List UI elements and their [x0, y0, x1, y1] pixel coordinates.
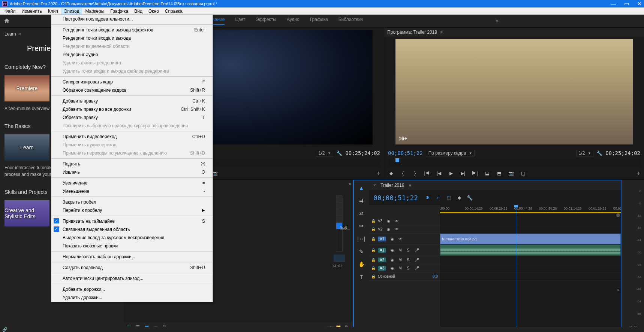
video-clip[interactable]: fxTrailer 2019.mp4 [V] — [440, 234, 621, 244]
menu-изменить[interactable]: Изменить — [19, 8, 45, 15]
hand-tool-icon[interactable]: ✋ — [357, 260, 366, 269]
menu-item[interactable]: Обрезать правкуT — [51, 113, 213, 122]
track-target[interactable]: V1 — [378, 237, 386, 241]
menu-item[interactable]: Рендеринг точки входа и выхода эффектовE… — [51, 26, 213, 34]
menu-окно[interactable]: Окно — [145, 8, 162, 15]
menu-item[interactable]: Добавить правкуCtrl+K — [51, 97, 213, 105]
project-sel-item[interactable] — [336, 202, 342, 209]
track-v3-body[interactable] — [440, 217, 621, 225]
menu-item[interactable]: Применить видеопереходCtrl+D — [51, 133, 213, 141]
project-sel-item[interactable] — [336, 209, 342, 216]
program-mini-timeline[interactable] — [388, 159, 640, 166]
project-collapse-icon[interactable]: » — [349, 181, 351, 186]
timeline-playhead[interactable] — [516, 205, 516, 327]
track-target[interactable]: A1 — [378, 248, 386, 253]
menu-item[interactable]: Выделение вслед за курсором воспроизведе… — [51, 234, 213, 242]
add-marker-icon[interactable]: ◆ — [456, 195, 462, 201]
project-clip-thumb[interactable] — [334, 255, 345, 262]
timeline-ruler[interactable]: ;00;0000;00;14;2900;00;29;2900;00;44;280… — [440, 205, 621, 213]
lock-icon[interactable]: 🔒 — [371, 274, 376, 278]
menu-вид[interactable]: Вид — [131, 8, 145, 15]
track-body[interactable]: ;00;0000;00;14;2900;00;29;2900;00;44;280… — [440, 205, 621, 327]
work-area-end[interactable] — [616, 213, 620, 217]
timeline-menu-icon[interactable]: ≡ — [409, 183, 411, 188]
menu-item[interactable]: ИзвлечьЭ — [51, 168, 213, 176]
menu-item[interactable]: Добавить дорожки... — [51, 285, 213, 293]
menu-item[interactable]: Создать подэпизодShift+U — [51, 264, 213, 272]
menu-item[interactable]: Закрыть пробел — [51, 198, 213, 206]
mute-button[interactable]: M — [398, 248, 401, 252]
solo-button[interactable]: S — [407, 258, 410, 262]
menu-item[interactable]: ✓Связанная выделенная область — [51, 225, 213, 234]
markers-icon[interactable]: ⬚ — [446, 195, 452, 201]
learn-thumb-1[interactable]: Premiere — [4, 75, 49, 101]
menu-item[interactable]: Автоматически центрировать эпизод... — [51, 274, 213, 283]
linked-selection-icon[interactable]: ∩ — [435, 195, 441, 201]
maximize-button[interactable]: ▭ — [624, 1, 629, 7]
step-back-icon[interactable]: |◀ — [436, 170, 442, 176]
pen-tool-icon[interactable]: ✎ — [357, 247, 366, 256]
slip-tool-icon[interactable]: |↔| — [357, 234, 366, 243]
track-select-tool-icon[interactable]: ⇉ — [357, 196, 366, 205]
menu-item[interactable]: ✓Привязать на таймлайнеS — [51, 217, 213, 225]
program-tab-label[interactable]: Программа: Trailer 2019 — [387, 30, 437, 35]
voice-over-icon[interactable]: 🎤 — [415, 248, 419, 252]
track-target[interactable]: A3 — [378, 266, 386, 271]
track-target[interactable]: A2 — [378, 258, 386, 262]
menu-item[interactable]: Показать сквозные правки — [51, 242, 213, 250]
source-settings-icon[interactable]: 🔧 — [336, 150, 342, 156]
add-marker-icon[interactable]: ◆ — [388, 170, 394, 176]
menu-item[interactable]: ПоднятьЖ — [51, 160, 213, 168]
learn-thumb-3[interactable]: Creative and Stylistic Edits — [4, 200, 49, 226]
ripple-tool-icon[interactable]: ⇄ — [357, 209, 366, 218]
lock-icon[interactable]: 🔒 — [371, 227, 376, 231]
track-output-icon[interactable]: ◉ — [391, 258, 394, 262]
menu-маркеры[interactable]: Маркеры — [82, 8, 107, 15]
menu-item[interactable]: Уменьшение- — [51, 187, 213, 195]
track-a3-body[interactable] — [440, 264, 621, 272]
timeline-seq-name[interactable]: Trailer 2019 — [380, 183, 404, 188]
workspace-tab-1[interactable]: Цвет — [235, 17, 245, 25]
learn-thumb-2[interactable]: Learn — [4, 134, 49, 161]
step-fwd-icon[interactable]: ▶| — [460, 170, 466, 176]
panel-menu-icon[interactable]: ≡ — [440, 30, 442, 34]
track-label[interactable]: V2 — [378, 227, 382, 231]
workspace-tab-3[interactable]: Аудио — [287, 17, 300, 25]
program-playhead[interactable] — [395, 158, 399, 162]
track-visibility-icon[interactable]: 👁 — [395, 219, 398, 223]
menu-справка[interactable]: Справка — [162, 8, 186, 15]
minimize-button[interactable]: — — [611, 1, 616, 7]
timeline-tc[interactable]: 00;00;51;22 — [373, 194, 418, 202]
menu-item[interactable]: Удалить дорожки... — [51, 293, 213, 302]
voice-over-icon[interactable]: 🎤 — [415, 258, 419, 262]
track-a1-body[interactable] — [440, 245, 621, 256]
workspace-overflow[interactable]: » — [496, 18, 499, 24]
source-zoom-select[interactable]: 1/2▼ — [316, 150, 334, 156]
menu-графика[interactable]: Графика — [107, 8, 131, 15]
track-label[interactable]: V3 — [378, 219, 382, 223]
timeline-collapse-icon[interactable]: « — [617, 287, 619, 292]
lock-icon[interactable]: 🔒 — [371, 219, 376, 223]
menu-item[interactable]: Рендеринг точки входа и выхода — [51, 34, 213, 42]
track-master-body[interactable] — [440, 272, 621, 281]
track-v2-body[interactable] — [440, 225, 621, 234]
export-frame-icon[interactable]: 📷 — [508, 170, 514, 176]
program-video[interactable]: 16+ — [395, 39, 633, 144]
menu-эпизод[interactable]: Эпизод — [61, 8, 82, 15]
menu-item[interactable]: Синхронизировать кадрF — [51, 78, 213, 86]
program-zoom-select[interactable]: 1/2▼ — [576, 150, 594, 156]
solo-button[interactable]: S — [407, 266, 410, 270]
lock-icon[interactable]: 🔒 — [371, 248, 376, 252]
lift-icon[interactable]: ⬓ — [484, 170, 490, 176]
comparison-icon[interactable]: ◫ — [520, 170, 526, 176]
selection-tool-icon[interactable]: ▲ — [357, 183, 366, 192]
track-visibility-icon[interactable]: 👁 — [398, 237, 402, 241]
menu-файл[interactable]: Файл — [1, 8, 19, 15]
program-settings-icon[interactable]: 🔧 — [596, 150, 602, 156]
link-icon[interactable]: 🔗 — [2, 327, 7, 332]
voice-over-icon[interactable]: 🎤 — [415, 266, 419, 270]
menu-item[interactable]: Увеличение= — [51, 179, 213, 187]
workspace-tab-2[interactable]: Эффекты — [256, 17, 276, 25]
project-selector[interactable] — [336, 195, 343, 252]
menu-item[interactable]: Добавить правку во все дорожкиCtrl+Shift… — [51, 105, 213, 113]
